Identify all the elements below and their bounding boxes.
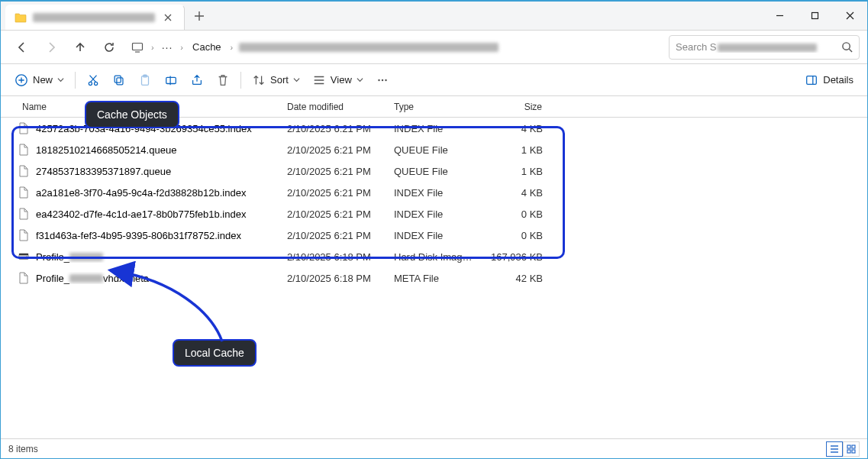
location-pc-icon — [130, 41, 145, 53]
copy-button[interactable] — [106, 68, 132, 92]
table-row[interactable]: 18182510214668505214.queue2/10/2025 6:21… — [1, 139, 867, 160]
svg-point-16 — [26, 257, 27, 258]
breadcrumb-obscured — [239, 43, 499, 52]
file-size: 167,936 KB — [482, 251, 550, 263]
close-tab-icon[interactable] — [161, 11, 175, 24]
svg-rect-21 — [852, 450, 855, 453]
delete-button[interactable] — [210, 68, 236, 92]
cut-button[interactable] — [80, 68, 106, 92]
breadcrumb[interactable]: › ··· › Cache › — [124, 35, 667, 60]
file-list[interactable]: 42572a3b-703a-4a16-9494-3b269354ce55.ind… — [1, 118, 867, 438]
column-date[interactable]: Date modified — [279, 102, 386, 112]
thumbnails-view-button[interactable] — [843, 441, 860, 457]
disk-icon — [18, 251, 30, 263]
file-icon — [18, 122, 30, 134]
chevron-right-icon: › — [148, 43, 157, 52]
chevron-right-icon: › — [177, 43, 186, 52]
svg-point-12 — [382, 79, 384, 81]
search-input[interactable]: Search S — [669, 35, 860, 60]
file-date: 2/10/2025 6:21 PM — [279, 144, 386, 156]
file-name: a2a181e8-3f70-4a95-9c4a-f2d38828b12b.ind… — [36, 187, 246, 199]
svg-rect-14 — [807, 76, 817, 84]
up-button[interactable] — [66, 35, 94, 60]
svg-rect-0 — [812, 13, 818, 19]
table-row[interactable]: a2a181e8-3f70-4a95-9c4a-f2d38828b12b.ind… — [1, 182, 867, 203]
file-size: 0 KB — [482, 230, 550, 241]
sort-label: Sort — [270, 74, 289, 86]
title-bar — [1, 2, 867, 31]
file-type: META File — [386, 273, 482, 284]
file-icon — [18, 186, 30, 199]
maximize-button[interactable] — [797, 2, 832, 30]
tab-title-obscured — [33, 13, 155, 22]
close-button[interactable] — [832, 2, 867, 30]
file-size: 4 KB — [482, 187, 550, 199]
tab-active[interactable] — [5, 5, 185, 30]
svg-rect-7 — [115, 76, 121, 82]
file-name: f31d463a-fef3-4b95-9395-806b31f78752.ind… — [36, 230, 241, 241]
svg-point-13 — [385, 79, 387, 81]
new-button[interactable]: New — [8, 68, 70, 92]
file-size: 42 KB — [482, 273, 550, 284]
chevron-down-icon — [293, 76, 300, 83]
rename-button[interactable] — [158, 68, 184, 92]
details-pane-button[interactable]: Details — [799, 68, 860, 92]
minimize-button[interactable] — [762, 2, 797, 30]
column-name[interactable]: Name — [1, 102, 279, 112]
file-date: 2/10/2025 6:18 PM — [279, 273, 386, 284]
breadcrumb-segment[interactable]: Cache — [189, 38, 224, 56]
more-button[interactable] — [369, 68, 395, 92]
table-row[interactable]: Profile_vhdx.meta2/10/2025 6:18 PMMETA F… — [1, 267, 867, 289]
forward-button[interactable] — [37, 35, 65, 60]
svg-point-11 — [378, 79, 380, 81]
file-name: Profile_vhdx.meta — [36, 273, 149, 284]
column-size[interactable]: Size — [482, 102, 550, 112]
details-pane-icon — [805, 73, 818, 87]
share-icon — [190, 73, 204, 87]
back-button[interactable] — [8, 35, 36, 60]
more-icon — [376, 73, 389, 87]
file-size: 4 KB — [482, 123, 550, 134]
file-icon — [18, 272, 30, 284]
view-button[interactable]: View — [306, 68, 369, 92]
svg-rect-6 — [117, 77, 123, 84]
column-type[interactable]: Type — [386, 102, 482, 112]
window-controls — [762, 2, 867, 30]
svg-point-5 — [95, 82, 98, 85]
table-row[interactable]: f31d463a-fef3-4b95-9395-806b31f78752.ind… — [1, 225, 867, 246]
view-icon — [312, 73, 326, 87]
new-tab-button[interactable] — [185, 2, 214, 30]
table-row[interactable]: 2748537183395371897.queue2/10/2025 6:21 … — [1, 160, 867, 182]
search-placeholder-obscured — [718, 44, 817, 52]
view-label: View — [331, 74, 352, 86]
table-row[interactable]: ea423402-d7fe-4c1d-ae17-8b0b775feb1b.ind… — [1, 203, 867, 225]
chevron-down-icon — [57, 76, 64, 83]
table-row[interactable]: 42572a3b-703a-4a16-9494-3b269354ce55.ind… — [1, 118, 867, 139]
copy-icon — [112, 73, 126, 87]
share-button[interactable] — [184, 68, 210, 92]
address-bar: › ··· › Cache › Search S — [1, 31, 867, 64]
table-row[interactable]: Profile_2/10/2025 6:18 PMHard Disk Image… — [1, 246, 867, 267]
file-date: 2/10/2025 6:18 PM — [279, 251, 386, 263]
file-date: 2/10/2025 6:21 PM — [279, 208, 386, 220]
file-type: INDEX File — [386, 123, 482, 134]
file-icon — [18, 165, 30, 177]
details-view-button[interactable] — [826, 441, 843, 457]
status-bar: 8 items — [1, 438, 867, 458]
file-name: 42572a3b-703a-4a16-9494-3b269354ce55.ind… — [36, 123, 252, 134]
file-date: 2/10/2025 6:21 PM — [279, 166, 386, 177]
paste-button[interactable] — [132, 68, 158, 92]
file-name: 2748537183395371897.queue — [36, 166, 171, 177]
search-placeholder: Search S — [676, 41, 838, 53]
svg-point-4 — [89, 82, 92, 85]
file-date: 2/10/2025 6:21 PM — [279, 187, 386, 199]
file-icon — [18, 229, 30, 241]
file-type: QUEUE File — [386, 166, 482, 177]
sort-button[interactable]: Sort — [246, 68, 306, 92]
refresh-button[interactable] — [95, 35, 123, 60]
breadcrumb-overflow[interactable]: ··· — [160, 41, 175, 53]
file-name: ea423402-d7fe-4c1d-ae17-8b0b775feb1b.ind… — [36, 208, 246, 220]
file-size: 1 KB — [482, 166, 550, 177]
file-size: 1 KB — [482, 144, 550, 156]
svg-rect-20 — [847, 450, 850, 453]
